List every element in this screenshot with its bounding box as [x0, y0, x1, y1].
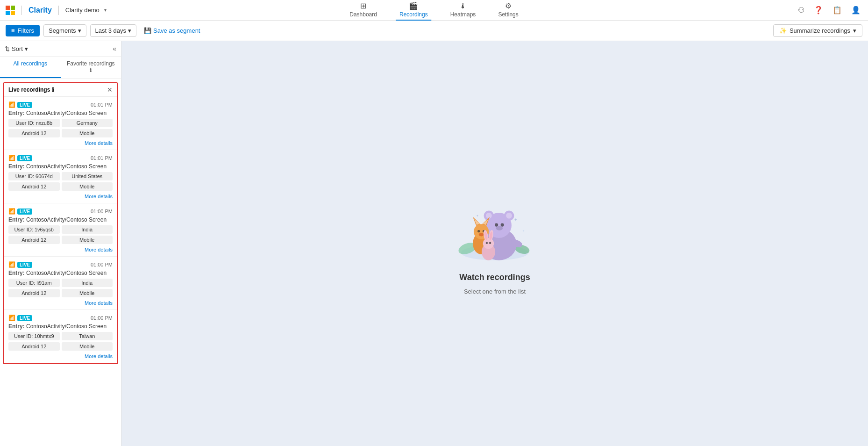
card-header: 📶 LIVE 01:00 PM [8, 315, 113, 321]
user-id-tag: User ID: 1v6yqsb [8, 225, 60, 234]
user-id-tag: User ID: 60674d [8, 172, 60, 180]
card-tags: User ID: 60674d United States Android 12… [8, 172, 113, 191]
more-details-button[interactable]: More details [8, 246, 113, 253]
live-tag: LIVE [17, 155, 32, 161]
device-tag: Mobile [62, 236, 113, 244]
nav-recordings[interactable]: 🎬 Recordings [396, 0, 432, 21]
card-tags: User ID: 10hmtx9 Taiwan Android 12 Mobil… [8, 332, 113, 351]
card-entry: Entry: ContosoActivity/Contoso Screen [8, 323, 113, 330]
sort-button[interactable]: ⇅ Sort ▾ [5, 45, 28, 52]
user-id-tag: User ID: nxzu8b [8, 119, 60, 127]
help-button[interactable]: ❓ [812, 4, 825, 16]
live-badge: 📶 LIVE [8, 315, 32, 321]
card-header: 📶 LIVE 01:00 PM [8, 261, 113, 268]
recordings-list: 📶 LIVE 01:01 PM Entry: ContosoActivity/C… [4, 97, 117, 363]
svg-text:✦: ✦ [514, 217, 518, 222]
account-button[interactable]: 👤 [849, 4, 862, 16]
card-header: 📶 LIVE 01:01 PM [8, 155, 113, 161]
recording-card[interactable]: 📶 LIVE 01:00 PM Entry: ContosoActivity/C… [4, 310, 117, 363]
svg-point-29 [486, 242, 488, 245]
recording-card[interactable]: 📶 LIVE 01:01 PM Entry: ContosoActivity/C… [4, 150, 117, 203]
sort-icon: ⇅ [5, 45, 10, 52]
main-content: ✦ ✦ ✦ Watch recordings Select one from t… [121, 41, 868, 446]
svg-point-10 [501, 223, 504, 227]
more-details-button[interactable]: More details [8, 193, 113, 200]
live-badge: 📶 LIVE [8, 155, 32, 161]
os-tag: Android 12 [8, 129, 60, 137]
summarize-button[interactable]: ✨ Summarize recordings ▾ [773, 24, 862, 37]
save-segment-button[interactable]: 💾 Save as segment [140, 25, 204, 36]
summarize-chevron: ▾ [853, 27, 856, 34]
svg-point-20 [477, 230, 480, 232]
nav-settings[interactable]: ⚙ Settings [494, 0, 522, 21]
live-section-title-text: Live recordings [8, 86, 50, 93]
watch-illustration-svg: ✦ ✦ ✦ [453, 192, 537, 267]
more-details-button[interactable]: More details [8, 139, 113, 147]
recording-card[interactable]: 📶 LIVE 01:00 PM Entry: ContosoActivity/C… [4, 257, 117, 310]
live-section-info-icon[interactable]: ℹ [52, 86, 54, 93]
date-chevron: ▾ [128, 27, 131, 34]
svg-point-30 [489, 242, 491, 245]
recording-card[interactable]: 📶 LIVE 01:00 PM Entry: ContosoActivity/C… [4, 203, 117, 257]
tab-all-recordings[interactable]: All recordings [0, 57, 61, 78]
nav-recordings-label: Recordings [399, 11, 428, 18]
device-tag: Mobile [62, 342, 113, 351]
tab-fav-info: ℹ [90, 67, 92, 73]
filterbar: ≡ Filters Segments ▾ Last 3 days ▾ 💾 Sav… [0, 21, 868, 41]
live-section-header: Live recordings ℹ ✕ [4, 83, 117, 97]
country-tag: United States [62, 172, 113, 180]
sidebar-tabs: All recordings Favorite recordings ℹ [0, 57, 121, 79]
card-time: 01:00 PM [91, 262, 113, 267]
card-entry: Entry: ContosoActivity/Contoso Screen [8, 163, 113, 170]
more-details-button[interactable]: More details [8, 299, 113, 307]
live-tag: LIVE [17, 102, 32, 108]
watch-title: Watch recordings [459, 273, 530, 282]
nav-heatmaps[interactable]: 🌡 Heatmaps [447, 0, 480, 21]
card-tags: User ID: li91am India Android 12 Mobile [8, 279, 113, 297]
dashboard-icon: ⊞ [360, 1, 366, 10]
card-entry: Entry: ContosoActivity/Contoso Screen [8, 110, 113, 116]
user-id-tag: User ID: li91am [8, 279, 60, 287]
share-button[interactable]: ⚇ [796, 4, 806, 16]
save-icon: 💾 [144, 27, 151, 34]
date-label: Last 3 days [95, 27, 127, 34]
clarity-brand: Clarity [28, 6, 52, 14]
user-id-tag: User ID: 10hmtx9 [8, 332, 60, 340]
segments-chevron: ▾ [78, 27, 81, 34]
card-tags: User ID: nxzu8b Germany Android 12 Mobil… [8, 119, 113, 137]
live-section-close-button[interactable]: ✕ [107, 86, 113, 94]
card-header: 📶 LIVE 01:01 PM [8, 101, 113, 108]
card-tags: User ID: 1v6yqsb India Android 12 Mobile [8, 225, 113, 244]
docs-button[interactable]: 📋 [831, 4, 844, 16]
recording-card[interactable]: 📶 LIVE 01:01 PM Entry: ContosoActivity/C… [4, 97, 117, 150]
summarize-label: Summarize recordings [790, 27, 850, 34]
tab-favorite-recordings[interactable]: Favorite recordings ℹ [61, 57, 121, 78]
save-segment-label: Save as segment [153, 27, 200, 34]
os-tag: Android 12 [8, 289, 60, 297]
country-tag: Taiwan [62, 332, 113, 340]
nav-dashboard[interactable]: ⊞ Dashboard [346, 0, 381, 21]
more-details-button[interactable]: More details [8, 352, 113, 360]
live-badge: 📶 LIVE [8, 101, 32, 108]
filters-button[interactable]: ≡ Filters [6, 25, 40, 36]
svg-point-9 [495, 223, 498, 227]
svg-point-11 [496, 226, 503, 230]
collapse-sidebar-button[interactable]: « [113, 45, 116, 52]
project-name[interactable]: Clarity demo [65, 7, 100, 14]
wifi-icon: 📶 [8, 101, 15, 108]
card-entry: Entry: ContosoActivity/Contoso Screen [8, 270, 113, 276]
card-header: 📶 LIVE 01:00 PM [8, 208, 113, 215]
segments-button[interactable]: Segments ▾ [43, 24, 86, 37]
live-section-title: Live recordings ℹ [8, 86, 54, 93]
live-tag: LIVE [17, 262, 32, 268]
nav-heatmaps-label: Heatmaps [450, 11, 476, 18]
svg-point-24 [483, 238, 494, 249]
project-chevron[interactable]: ▾ [104, 7, 107, 13]
device-tag: Mobile [62, 289, 113, 297]
settings-icon: ⚙ [505, 1, 512, 10]
svg-point-22 [479, 233, 484, 236]
live-recordings-section: Live recordings ℹ ✕ 📶 LIVE 01:01 PM Entr… [3, 82, 118, 364]
svg-point-8 [506, 213, 512, 219]
tab-all-label: All recordings [13, 60, 47, 67]
date-range-button[interactable]: Last 3 days ▾ [90, 24, 137, 37]
